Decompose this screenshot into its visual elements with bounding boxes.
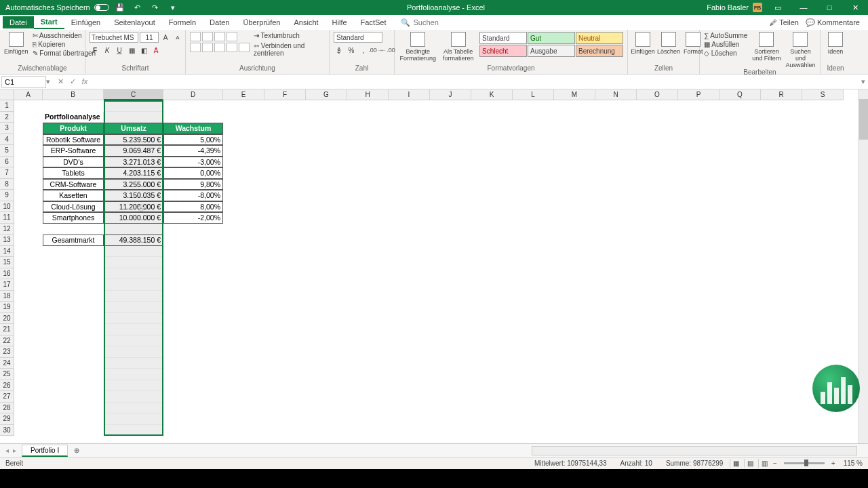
column-header-M[interactable]: M <box>554 89 595 100</box>
align-middle-button[interactable] <box>202 32 213 41</box>
clear-button[interactable]: ◇ Löschen <box>704 49 747 57</box>
row-header-9[interactable]: 9 <box>0 190 14 201</box>
row-header-15[interactable]: 15 <box>0 257 14 268</box>
row-header-5[interactable]: 5 <box>0 145 14 157</box>
percent-format-button[interactable]: % <box>346 45 357 56</box>
qat-customize-icon[interactable]: ▾ <box>167 3 178 12</box>
row-header-2[interactable]: 2 <box>0 112 14 123</box>
font-size-selector[interactable]: 11 <box>140 32 159 43</box>
horizontal-scrollbar[interactable] <box>532 446 857 455</box>
cell-C12[interactable] <box>104 224 163 235</box>
column-header-B[interactable]: B <box>43 89 104 100</box>
row-header-14[interactable]: 14 <box>0 246 14 258</box>
row-header-24[interactable]: 24 <box>0 358 14 369</box>
tab-formulas[interactable]: Formeln <box>162 16 203 28</box>
column-header-C[interactable]: C <box>104 89 163 100</box>
cell-C9[interactable]: 3.150.035 € <box>104 190 163 201</box>
autosave-toggle[interactable] <box>94 4 109 11</box>
cell-C18[interactable] <box>104 291 163 302</box>
user-avatar[interactable]: FB <box>753 3 762 12</box>
cell-D3[interactable]: Wachstum <box>163 123 223 134</box>
row-header-16[interactable]: 16 <box>0 268 14 280</box>
row-header-30[interactable]: 30 <box>0 425 14 436</box>
accounting-format-button[interactable]: ₿ <box>334 45 344 56</box>
merge-center-button[interactable]: ⇿ Verbinden und zentrieren <box>254 42 325 57</box>
tab-review[interactable]: Überprüfen <box>236 16 287 28</box>
tab-insert[interactable]: Einfügen <box>64 16 107 28</box>
row-header-4[interactable]: 4 <box>0 134 14 146</box>
wrap-text-button[interactable]: ⇥ Textumbruch <box>254 32 325 39</box>
row-header-27[interactable]: 27 <box>0 391 14 403</box>
find-select-button[interactable]: Suchen und Auswählen <box>785 32 815 68</box>
border-button[interactable]: ▦ <box>126 45 137 56</box>
cell-C2[interactable] <box>104 112 163 123</box>
name-box[interactable]: C1 <box>1 76 46 88</box>
cell-B7[interactable]: Tablets <box>43 167 104 179</box>
redo-icon[interactable]: ↷ <box>150 3 161 12</box>
align-center-button[interactable] <box>202 43 213 52</box>
row-header-22[interactable]: 22 <box>0 336 14 347</box>
style-berechnung[interactable]: Berechnung <box>576 45 623 57</box>
view-pagelayout-icon[interactable]: ▤ <box>744 459 756 468</box>
name-box-dropdown-icon[interactable]: ▾ <box>46 77 50 86</box>
cell-C11[interactable]: 10.000.000 € <box>104 212 163 224</box>
increase-decimal-button[interactable]: .00→ <box>370 45 381 56</box>
row-header-10[interactable]: 10 <box>0 201 14 213</box>
sheet-tab-portfolio[interactable]: Portfolio I <box>22 445 68 457</box>
row-header-13[interactable]: 13 <box>0 235 14 246</box>
cell-B10[interactable]: Cloud-Lösung <box>43 201 104 213</box>
comma-format-button[interactable]: , <box>358 45 369 56</box>
cell-B5[interactable]: ERP-Software <box>43 145 104 157</box>
column-header-S[interactable]: S <box>802 89 844 100</box>
cell-styles-gallery[interactable]: Standard Gut Neutral Schlecht Ausgabe Be… <box>479 32 623 57</box>
cell-D11[interactable]: -2,00% <box>163 212 223 224</box>
insert-cells-button[interactable]: Einfügen <box>632 32 654 55</box>
add-sheet-button[interactable]: ⊕ <box>71 445 83 457</box>
align-top-button[interactable] <box>190 32 201 41</box>
column-header-I[interactable]: I <box>389 89 430 100</box>
cell-C20[interactable] <box>104 313 163 325</box>
row-header-12[interactable]: 12 <box>0 224 14 235</box>
style-standard[interactable]: Standard <box>479 32 527 44</box>
cell-C4[interactable]: 5.239.500 € <box>104 134 163 146</box>
cell-C7[interactable]: 4.203.115 € <box>104 167 163 179</box>
orientation-button[interactable] <box>226 32 237 41</box>
row-header-1[interactable]: 1 <box>0 100 14 112</box>
style-schlecht[interactable]: Schlecht <box>479 45 527 57</box>
tab-factset[interactable]: FactSet <box>354 16 393 28</box>
cell-C29[interactable] <box>104 413 163 425</box>
tell-me-search[interactable]: 🔍 Suchen <box>401 18 438 27</box>
cell-C1[interactable] <box>104 100 163 112</box>
row-header-8[interactable]: 8 <box>0 179 14 190</box>
cell-D4[interactable]: 5,00% <box>163 134 223 146</box>
cell-C25[interactable] <box>104 369 163 380</box>
row-header-11[interactable]: 11 <box>0 212 14 224</box>
style-neutral[interactable]: Neutral <box>576 32 623 44</box>
cell-C10[interactable]: 11.200.000 € <box>104 201 163 213</box>
row-header-29[interactable]: 29 <box>0 413 14 425</box>
row-header-26[interactable]: 26 <box>0 380 14 392</box>
cell-C17[interactable] <box>104 279 163 291</box>
cell-B2[interactable]: Portfolioanalyse <box>43 112 104 123</box>
column-header-Q[interactable]: Q <box>719 89 761 100</box>
column-header-N[interactable]: N <box>595 89 637 100</box>
column-header-K[interactable]: K <box>471 89 513 100</box>
cell-C15[interactable] <box>104 257 163 268</box>
ideas-button[interactable]: Ideen <box>825 32 846 55</box>
cell-B13[interactable]: Gesamtmarkt <box>43 235 104 246</box>
view-normal-icon[interactable]: ▦ <box>730 459 742 468</box>
bold-button[interactable]: F <box>90 45 100 56</box>
zoom-in-button[interactable]: + <box>829 460 838 467</box>
column-header-E[interactable]: E <box>223 89 264 100</box>
comments-button[interactable]: 💬 Kommentare <box>806 18 860 27</box>
cell-D6[interactable]: -3,00% <box>163 157 223 168</box>
indent-decrease-button[interactable] <box>226 43 237 52</box>
column-header-P[interactable]: P <box>678 89 719 100</box>
cell-B9[interactable]: Kasetten <box>43 190 104 201</box>
row-header-25[interactable]: 25 <box>0 369 14 380</box>
align-left-button[interactable] <box>190 43 201 52</box>
tab-help[interactable]: Hilfe <box>326 16 354 28</box>
formula-expand-icon[interactable]: ▾ <box>859 77 868 86</box>
row-header-7[interactable]: 7 <box>0 167 14 179</box>
increase-font-icon[interactable]: A <box>160 32 171 43</box>
